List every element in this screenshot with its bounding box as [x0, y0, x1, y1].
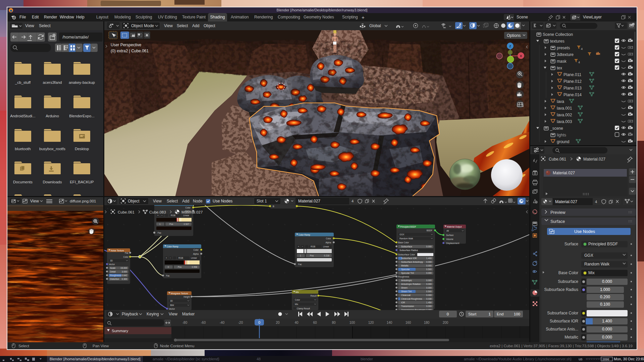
- svg-text:1.400: 1.400: [602, 319, 612, 323]
- svg-text:Playback: Playback: [122, 312, 139, 316]
- svg-text:+: +: [298, 245, 299, 248]
- svg-text:View: View: [164, 23, 173, 28]
- svg-text:0.642: 0.642: [122, 274, 127, 277]
- svg-text:0.300: 0.300: [122, 278, 127, 280]
- svg-text:0.000: 0.000: [426, 294, 432, 296]
- svg-text:IOR: IOR: [401, 301, 405, 304]
- svg-text:1: 1: [159, 223, 161, 225]
- svg-text:BlenderExpo...: BlenderExpo...: [69, 114, 94, 118]
- svg-text:Roughness: Roughness: [110, 274, 121, 277]
- svg-text:160: 160: [406, 321, 411, 324]
- svg-text:Fac: Fac: [166, 275, 170, 277]
- svg-text:Alpha: Alpha: [193, 253, 199, 255]
- svg-text:Metallic: Metallic: [401, 264, 409, 267]
- svg-text:Random Walk: Random Walk: [399, 237, 413, 240]
- svg-text:1.450: 1.450: [426, 301, 432, 304]
- svg-text:B: B: [273, 205, 274, 207]
- svg-text:Volume: Volume: [446, 238, 453, 240]
- svg-text:Principled BSDF: Principled BSDF: [588, 242, 618, 246]
- svg-text:tex: tex: [557, 66, 562, 70]
- svg-text:GGX: GGX: [584, 253, 593, 258]
- svg-text:Base Color: Base Color: [398, 241, 409, 244]
- svg-text:Select: Select: [18, 344, 30, 348]
- svg-text:Scale: Scale: [110, 267, 116, 269]
- svg-text:Plane.011: Plane.011: [564, 72, 581, 77]
- svg-text:Color Ramp: Color Ramp: [167, 245, 178, 248]
- svg-text:1.000: 1.000: [600, 287, 610, 292]
- svg-text:Detail: Detail: [110, 270, 116, 273]
- svg-text:0.000: 0.000: [426, 283, 432, 285]
- svg-text:us: us: [579, 357, 583, 361]
- svg-text:3D: 3D: [110, 259, 113, 262]
- svg-text:X: X: [520, 54, 522, 58]
- svg-text:textures: textures: [550, 39, 565, 44]
- svg-text:Subsurface Anis...: Subsurface Anis...: [546, 327, 578, 331]
- svg-text:Start: Start: [468, 312, 477, 316]
- svg-text:Z: Z: [509, 45, 511, 48]
- svg-text:Cube.061: Cube.061: [549, 157, 566, 162]
- svg-text:diffuse.png.001: diffuse.png.001: [70, 199, 96, 203]
- svg-text:Global: Global: [369, 23, 381, 28]
- svg-text:Pos: Pos: [169, 223, 173, 225]
- svg-text:End: End: [497, 312, 503, 316]
- svg-text:Material.027: Material.027: [583, 157, 605, 162]
- svg-text:busybox_rootfs: busybox_rootfs: [39, 147, 65, 151]
- svg-text:anakey-backup: anakey-backup: [69, 80, 95, 84]
- svg-text:Use Nodes: Use Nodes: [574, 229, 595, 234]
- svg-text:0: 0: [258, 320, 260, 324]
- svg-text:0.500: 0.500: [426, 268, 432, 270]
- svg-text:0.218: 0.218: [324, 254, 330, 257]
- svg-text:Add: Add: [182, 199, 189, 203]
- svg-text:0.000: 0.000: [426, 261, 432, 263]
- svg-text:tile: tile: [641, 357, 644, 361]
- svg-text:1: 1: [489, 312, 491, 316]
- svg-text:4: 4: [578, 61, 580, 64]
- svg-text:Clamp Result: Clamp Result: [297, 307, 310, 310]
- svg-text:(0) extra2 | Cube.061: (0) extra2 | Cube.061: [111, 49, 149, 53]
- svg-text:−: −: [161, 214, 163, 217]
- svg-text:Subsurface: Subsurface: [558, 279, 578, 284]
- svg-text:Keying: Keying: [147, 312, 159, 316]
- svg-text:Material.027: Material.027: [298, 199, 320, 203]
- svg-text:Arduino: Arduino: [46, 114, 59, 118]
- svg-text:1.400: 1.400: [426, 257, 432, 259]
- svg-text:0.200: 0.200: [600, 295, 610, 299]
- svg-text:0.000: 0.000: [426, 279, 432, 282]
- svg-text:Material.027: Material.027: [181, 210, 203, 214]
- svg-text:Subsurface IOR: Subsurface IOR: [550, 319, 579, 323]
- svg-text:Transmission: Transmission: [401, 305, 414, 307]
- svg-text:100: 100: [350, 321, 355, 324]
- svg-text:RGB: RGB: [178, 257, 183, 259]
- svg-text:Fac: Fac: [298, 263, 302, 265]
- svg-text:4: 4: [595, 200, 597, 204]
- svg-text:Roughness: Roughness: [398, 276, 410, 278]
- svg-text:180: 180: [424, 321, 430, 324]
- svg-text:Subsurface Anisotropy: Subsurface Anisotropy: [401, 261, 423, 263]
- svg-text:Subsurface IOR: Subsurface IOR: [401, 257, 417, 259]
- svg-text:0.000: 0.000: [426, 264, 432, 267]
- svg-text:Height: Height: [183, 296, 190, 298]
- svg-text:Color: Color: [193, 249, 199, 251]
- svg-text:Plane.012: Plane.012: [564, 79, 582, 84]
- svg-text:BSDF: BSDF: [427, 229, 432, 232]
- svg-text:Color: Color: [295, 299, 300, 301]
- svg-text:acers3fand: acers3fand: [43, 80, 62, 84]
- svg-text:−: −: [302, 245, 303, 248]
- svg-text:lava: lava: [557, 99, 564, 104]
- svg-text:-40: -40: [220, 321, 225, 324]
- svg-text:bluetooth: bluetooth: [15, 147, 31, 151]
- svg-text:Pos: Pos: [178, 266, 182, 268]
- svg-text:Node: Node: [193, 199, 203, 203]
- svg-text:48: 48: [257, 357, 261, 361]
- svg-text:lights: lights: [557, 133, 566, 137]
- svg-text:Material.027: Material.027: [553, 171, 575, 175]
- svg-text:Sheen: Sheen: [401, 287, 408, 289]
- svg-text:1: 1: [300, 254, 301, 257]
- svg-text:Subsurface Color: Subsurface Color: [398, 253, 415, 256]
- svg-text:/home/amalie/: /home/amalie/: [62, 35, 89, 40]
- svg-text:View: View: [153, 199, 162, 203]
- svg-text:Select: Select: [167, 199, 178, 203]
- svg-text:200: 200: [443, 321, 448, 324]
- svg-text:_scene: _scene: [550, 126, 563, 131]
- svg-text:3D: 3D: [170, 300, 173, 302]
